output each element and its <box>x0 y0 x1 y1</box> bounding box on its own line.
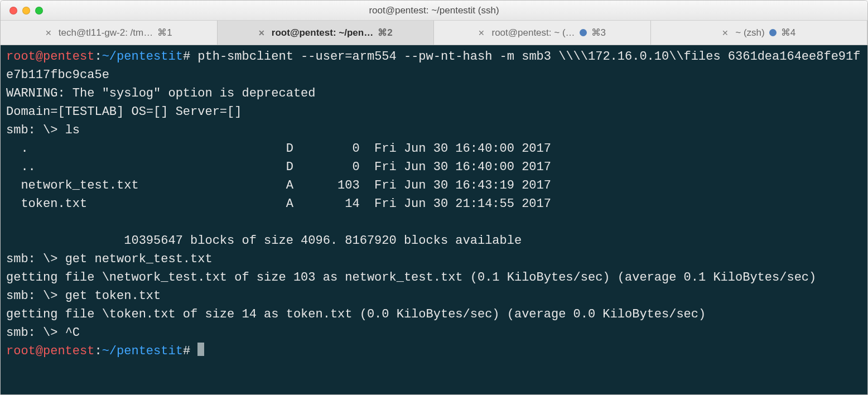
prompt-path: ~/pentestit <box>102 344 183 358</box>
prompt-user: root@pentest <box>6 344 94 358</box>
smb-prompt: smb: \> <box>6 289 65 303</box>
tab-1[interactable]: ✕ tech@tl11-gw-2: /tm… ⌘1 <box>1 21 218 45</box>
tab-shortcut: ⌘3 <box>591 27 606 38</box>
window-title: root@pentest: ~/pentestit (ssh) <box>1 5 867 16</box>
tab-4[interactable]: ✕ ~ (zsh) ⌘4 <box>651 21 868 45</box>
prompt-user: root@pentest <box>6 50 94 64</box>
tab-label: root@pentest: ~ (… <box>491 27 575 38</box>
ls-row: . D 0 Fri Jun 30 16:40:00 2017 <box>6 142 551 156</box>
prompt-hash: # <box>183 344 190 358</box>
minimize-window-button[interactable] <box>22 7 30 15</box>
close-window-button[interactable] <box>9 7 17 15</box>
smb-prompt: smb: \> <box>6 252 65 266</box>
tab-label: ~ (zsh) <box>735 27 764 38</box>
terminal-viewport[interactable]: root@pentest:~/pentestit# pth-smbclient … <box>1 45 867 394</box>
modified-indicator-icon <box>769 29 777 36</box>
command-line: get token.txt <box>65 289 161 303</box>
output-line: 10395647 blocks of size 4096. 8167920 bl… <box>6 234 522 248</box>
command-line: ^C <box>65 326 80 340</box>
output-line: getting file \network_test.txt of size 1… <box>6 271 816 285</box>
smb-prompt: smb: \> <box>6 123 65 137</box>
output-line: WARNING: The "syslog" option is deprecat… <box>6 86 316 100</box>
modified-indicator-icon <box>580 29 587 36</box>
prompt-separator: : <box>94 344 102 358</box>
output-line: getting file \token.txt of size 14 as to… <box>6 307 706 321</box>
output-line: Domain=[TESTLAB] OS=[] Server=[] <box>6 105 242 119</box>
prompt-path: ~/pentestit <box>102 50 183 64</box>
ls-row: .. D 0 Fri Jun 30 16:40:00 2017 <box>6 160 551 174</box>
traffic-lights <box>1 7 43 15</box>
command-line: ls <box>65 123 80 137</box>
tab-3[interactable]: ✕ root@pentest: ~ (… ⌘3 <box>434 21 651 45</box>
tab-shortcut: ⌘2 <box>378 27 392 38</box>
smb-prompt: smb: \> <box>6 326 65 340</box>
tab-label: tech@tl11-gw-2: /tm… <box>59 27 153 38</box>
ls-row: network_test.txt A 103 Fri Jun 30 16:43:… <box>6 179 551 192</box>
fullscreen-window-button[interactable] <box>35 7 43 15</box>
close-icon[interactable]: ✕ <box>258 28 265 37</box>
command-line: get network_test.txt <box>65 252 213 266</box>
titlebar: root@pentest: ~/pentestit (ssh) <box>1 1 867 21</box>
tab-shortcut: ⌘1 <box>157 27 172 38</box>
close-icon[interactable]: ✕ <box>45 28 52 37</box>
prompt-separator: : <box>94 50 102 64</box>
close-icon[interactable]: ✕ <box>478 28 485 37</box>
close-icon[interactable]: ✕ <box>722 28 729 37</box>
tab-label: root@pentest: ~/pen… <box>272 27 373 38</box>
terminal-window: root@pentest: ~/pentestit (ssh) ✕ tech@t… <box>0 0 868 395</box>
tab-2[interactable]: ✕ root@pentest: ~/pen… ⌘2 <box>218 21 435 45</box>
prompt-hash: # <box>183 50 190 64</box>
tab-shortcut: ⌘4 <box>781 27 795 38</box>
tab-bar: ✕ tech@tl11-gw-2: /tm… ⌘1 ✕ root@pentest… <box>1 21 867 45</box>
cursor <box>197 343 204 356</box>
ls-row: token.txt A 14 Fri Jun 30 21:14:55 2017 <box>6 197 551 211</box>
